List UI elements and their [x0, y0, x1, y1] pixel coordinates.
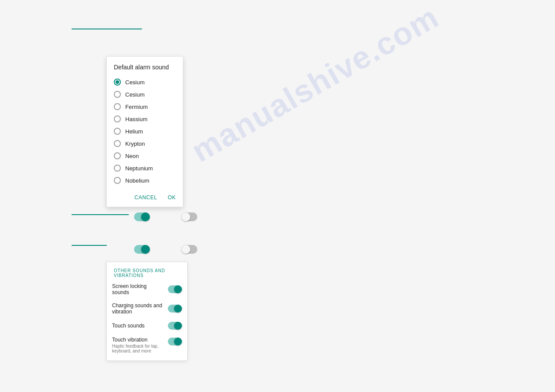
- radio-label-cesium-1: Cesium: [125, 79, 145, 86]
- radio-option-neon[interactable]: Neon: [107, 150, 183, 162]
- toggle-group-4: [181, 245, 197, 255]
- ok-button[interactable]: OK: [164, 192, 179, 203]
- cancel-button[interactable]: CANCEL: [131, 192, 161, 203]
- radio-neon[interactable]: [114, 152, 121, 159]
- radio-option-nobelium[interactable]: Nobelium: [107, 174, 183, 187]
- touch-sounds-toggle[interactable]: [168, 322, 182, 330]
- screen-locking-toggle[interactable]: [168, 285, 182, 293]
- watermark: manualshive.com: [185, 0, 445, 169]
- charging-sounds-toggle[interactable]: [168, 305, 182, 313]
- screen-locking-sounds-row: Screen locking sounds: [107, 280, 187, 299]
- radio-cesium-1[interactable]: [114, 79, 121, 86]
- radio-option-krypton[interactable]: Krypton: [107, 137, 183, 150]
- radio-helium[interactable]: [114, 128, 121, 135]
- radio-nobelium[interactable]: [114, 177, 121, 184]
- dialog-actions: CANCEL OK: [107, 188, 183, 207]
- toggle-4-off[interactable]: [181, 245, 197, 254]
- toggle-group-2: [181, 212, 197, 223]
- toggle-1-on[interactable]: [134, 212, 150, 221]
- dialog-options: Cesium Cesium Fermium Hassium Helium Kry…: [107, 74, 183, 188]
- charging-sounds-row: Charging sounds and vibration: [107, 299, 187, 318]
- toggle-group-3: [134, 245, 150, 255]
- radio-option-hassium[interactable]: Hassium: [107, 113, 183, 125]
- toggle-2-off[interactable]: [181, 212, 197, 221]
- radio-label-fermium: Fermium: [125, 104, 148, 110]
- section-link-mid2: [72, 245, 107, 246]
- screen-locking-sounds-label: Screen locking sounds: [112, 283, 168, 295]
- radio-label-hassium: Hassium: [125, 116, 148, 122]
- sounds-section-title: OTHER SOUNDS AND VIBRATIONS: [107, 266, 187, 280]
- radio-label-neon: Neon: [125, 153, 139, 159]
- radio-krypton[interactable]: [114, 140, 121, 147]
- section-link-top: [72, 29, 142, 29]
- toggle-group-1: [134, 212, 150, 223]
- section-link-mid1: [72, 214, 129, 215]
- radio-label-nobelium: Nobelium: [125, 177, 149, 184]
- touch-vibration-toggle[interactable]: [168, 338, 182, 345]
- alarm-sound-dialog: Default alarm sound Cesium Cesium Fermiu…: [106, 56, 183, 207]
- radio-label-helium: Helium: [125, 128, 143, 135]
- touch-sounds-label: Touch sounds: [112, 323, 168, 329]
- radio-option-fermium[interactable]: Fermium: [107, 101, 183, 113]
- radio-neptunium[interactable]: [114, 165, 121, 172]
- radio-label-krypton: Krypton: [125, 140, 145, 147]
- touch-sounds-row: Touch sounds: [107, 318, 187, 333]
- radio-hassium[interactable]: [114, 115, 121, 122]
- toggle-3-on[interactable]: [134, 245, 150, 254]
- sounds-panel: OTHER SOUNDS AND VIBRATIONS Screen locki…: [106, 262, 188, 361]
- touch-vibration-label: Touch vibration: [112, 337, 164, 343]
- touch-vibration-sublabel: Haptic feedback for tap, keyboard, and m…: [112, 344, 164, 353]
- charging-sounds-label: Charging sounds and vibration: [112, 302, 168, 315]
- radio-fermium[interactable]: [114, 103, 121, 110]
- radio-label-neptunium: Neptunium: [125, 165, 153, 172]
- radio-option-cesium-selected[interactable]: Cesium: [107, 76, 183, 88]
- radio-option-helium[interactable]: Helium: [107, 125, 183, 137]
- radio-cesium-2[interactable]: [114, 91, 121, 98]
- radio-option-cesium-2[interactable]: Cesium: [107, 88, 183, 101]
- radio-label-cesium-2: Cesium: [125, 91, 145, 98]
- touch-vibration-row: Touch vibration Haptic feedback for tap,…: [107, 333, 187, 357]
- dialog-title: Default alarm sound: [107, 57, 183, 74]
- radio-option-neptunium[interactable]: Neptunium: [107, 162, 183, 174]
